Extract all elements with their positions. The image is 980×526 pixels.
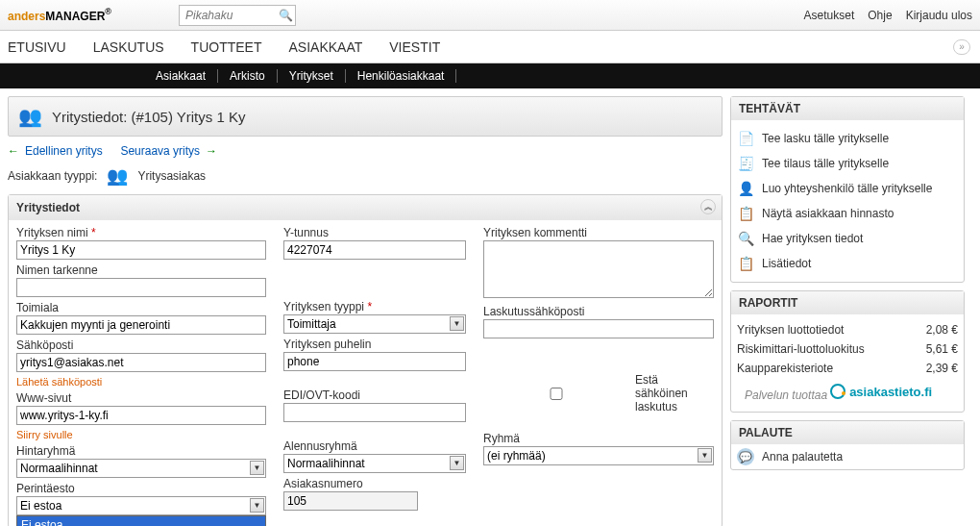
task-fetch-info[interactable]: 🔍Hae yrityksen tiedot xyxy=(737,226,958,251)
email-label: Sähköposti xyxy=(16,338,266,352)
next-company-link[interactable]: Seuraava yritys xyxy=(120,144,200,158)
task-show-pricelist[interactable]: 📋Näytä asiakkaan hinnasto xyxy=(737,201,958,226)
comment-textarea[interactable] xyxy=(483,240,714,298)
search-icon[interactable]: 🔍 xyxy=(276,6,295,25)
link-help[interactable]: Ohje xyxy=(868,9,892,22)
report-risk[interactable]: Riskimittari-luottoluokitus5,61 € xyxy=(737,339,958,359)
goto-site-link[interactable]: Siirry sivulle xyxy=(16,429,266,440)
ytunnus-label: Y-tunnus xyxy=(283,226,466,239)
name-ext-label: Nimen tarkenne xyxy=(16,263,266,277)
pricegroup-select[interactable] xyxy=(16,459,266,478)
asiakastieto-icon xyxy=(830,384,845,399)
block-einvoice-checkbox[interactable] xyxy=(483,388,629,400)
chevron-down-icon[interactable]: ▼ xyxy=(698,448,712,463)
chevron-down-icon[interactable]: ▼ xyxy=(250,498,264,513)
type-value: Yritysasiakas xyxy=(137,169,206,183)
report-credit[interactable]: Yrityksen luottotiedot2,08 € xyxy=(737,320,958,339)
prev-company-link[interactable]: Edellinen yritys xyxy=(25,144,103,158)
page-title-bar: 👥 Yritystiedot: (#105) Yritys 1 Ky xyxy=(8,96,723,137)
phone-input[interactable] xyxy=(283,352,466,371)
task-create-contact[interactable]: 👤Luo yhteyshenkilö tälle yritykselle xyxy=(737,176,958,201)
sub-nav: Asiakkaat Arkisto Yritykset Henkilöasiak… xyxy=(0,63,980,88)
type-label: Asiakkaan tyyppi: xyxy=(8,169,97,183)
link-settings[interactable]: Asetukset xyxy=(804,9,855,22)
person-icon: 👤 xyxy=(737,180,754,197)
phone-label: Yrityksen puhelin xyxy=(283,338,466,351)
company-name-input[interactable] xyxy=(16,240,266,260)
pricelist-icon: 📋 xyxy=(737,205,754,222)
company-icon: 👥 xyxy=(13,102,46,131)
collapse-icon[interactable]: ︽ xyxy=(700,199,716,214)
group-label: Ryhmä xyxy=(483,432,714,445)
subnav-archive[interactable]: Arkisto xyxy=(218,69,278,83)
nav-billing[interactable]: LASKUTUS xyxy=(93,39,164,55)
task-more-info[interactable]: 📋Lisätiedot xyxy=(737,251,958,276)
edi-label: EDI/OVT-koodi xyxy=(283,388,466,402)
discount-select[interactable] xyxy=(283,454,466,473)
link-logout[interactable]: Kirjaudu ulos xyxy=(906,9,972,22)
industry-label: Toimiala xyxy=(16,301,266,314)
company-info-section: Yritystiedot ︽ Yrityksen nimi * Nimen ta… xyxy=(8,194,723,526)
name-ext-input[interactable] xyxy=(16,278,266,297)
brand-logo: andersMANAGER® xyxy=(0,7,111,23)
www-input[interactable] xyxy=(16,406,266,425)
nav-customers[interactable]: ASIAKKAAT xyxy=(289,39,363,55)
subnav-customers[interactable]: Asiakkaat xyxy=(144,69,218,83)
collect-option-none[interactable]: Ei estoa xyxy=(17,516,265,526)
arrow-left-icon[interactable]: ← xyxy=(8,144,19,158)
page-title: Yritystiedot: (#105) Yritys 1 Ky xyxy=(52,109,245,125)
task-create-order[interactable]: 🧾Tee tilaus tälle yritykselle xyxy=(737,151,958,176)
clipboard-icon: 📋 xyxy=(737,255,754,272)
invemail-input[interactable] xyxy=(483,319,714,338)
collect-label: Perintäesto xyxy=(16,482,266,495)
email-input[interactable] xyxy=(16,353,266,372)
quick-search[interactable]: 🔍 xyxy=(179,5,296,26)
custno-label: Asiakasnumero xyxy=(283,477,418,490)
reports-title: RAPORTIT xyxy=(731,291,964,314)
ytunnus-input[interactable] xyxy=(283,240,466,260)
feedback-link[interactable]: 💬 Anna palautetta xyxy=(731,444,964,469)
feedback-title: PALAUTE xyxy=(731,421,964,444)
subnav-companies[interactable]: Yritykset xyxy=(278,69,346,83)
section-header: Yritystiedot ︽ xyxy=(9,195,722,220)
order-icon: 🧾 xyxy=(737,155,754,172)
search-icon: 🔍 xyxy=(737,230,754,247)
comment-label: Yrityksen kommentti xyxy=(483,226,714,239)
chevron-down-icon[interactable]: ▼ xyxy=(450,456,464,470)
service-provider: Palvelun tuottaa asiakastieto.fi xyxy=(737,378,958,406)
speech-bubble-icon: 💬 xyxy=(737,448,754,465)
chevron-down-icon[interactable]: ▼ xyxy=(250,461,264,475)
ctype-select[interactable] xyxy=(283,314,466,334)
group-select[interactable] xyxy=(483,446,714,465)
nav-messages[interactable]: VIESTIT xyxy=(389,39,440,55)
reports-panel: RAPORTIT Yrityksen luottotiedot2,08 € Ri… xyxy=(730,290,965,413)
report-register[interactable]: Kaupparekisteriote2,39 € xyxy=(737,359,958,378)
collect-dropdown: Ei estoa Täysi perintäesto xyxy=(16,515,266,526)
subnav-persons[interactable]: Henkilöasiakkaat xyxy=(346,69,457,83)
edi-input[interactable] xyxy=(283,403,466,422)
main-nav: ETUSIVU LASKUTUS TUOTTEET ASIAKKAAT VIES… xyxy=(0,31,980,63)
nav-home[interactable]: ETUSIVU xyxy=(8,39,66,55)
people-icon: 👥 xyxy=(107,165,128,187)
invemail-label: Laskutussähköposti xyxy=(483,305,714,318)
customer-type: Asiakkaan tyyppi: 👥 Yritysasiakas xyxy=(8,165,723,187)
arrow-right-icon[interactable]: → xyxy=(206,144,217,158)
nav-products[interactable]: TUOTTEET xyxy=(191,39,262,55)
industry-input[interactable] xyxy=(16,315,266,335)
collect-select[interactable] xyxy=(16,496,266,515)
chevron-down-icon[interactable]: ▼ xyxy=(450,316,464,331)
company-name-label: Yrityksen nimi * xyxy=(16,226,266,239)
www-label: Www-sivut xyxy=(16,391,266,405)
task-create-invoice[interactable]: 📄Tee lasku tälle yritykselle xyxy=(737,126,958,151)
pricegroup-label: Hintaryhmä xyxy=(16,444,266,458)
feedback-panel: PALAUTE 💬 Anna palautetta xyxy=(730,420,965,470)
ctype-label: Yrityksen tyyppi * xyxy=(283,300,466,313)
main-content: 👥 Yritystiedot: (#105) Yritys 1 Ky ← Ede… xyxy=(0,88,730,526)
tasks-title: TEHTÄVÄT xyxy=(731,97,964,120)
sidebar: TEHTÄVÄT 📄Tee lasku tälle yritykselle 🧾T… xyxy=(730,88,972,486)
custno-input xyxy=(283,491,418,511)
nav-expand-icon[interactable]: » xyxy=(953,39,970,55)
tasks-panel: TEHTÄVÄT 📄Tee lasku tälle yritykselle 🧾T… xyxy=(730,96,965,283)
search-input[interactable] xyxy=(180,6,276,25)
send-email-link[interactable]: Lähetä sähköposti xyxy=(16,376,266,388)
